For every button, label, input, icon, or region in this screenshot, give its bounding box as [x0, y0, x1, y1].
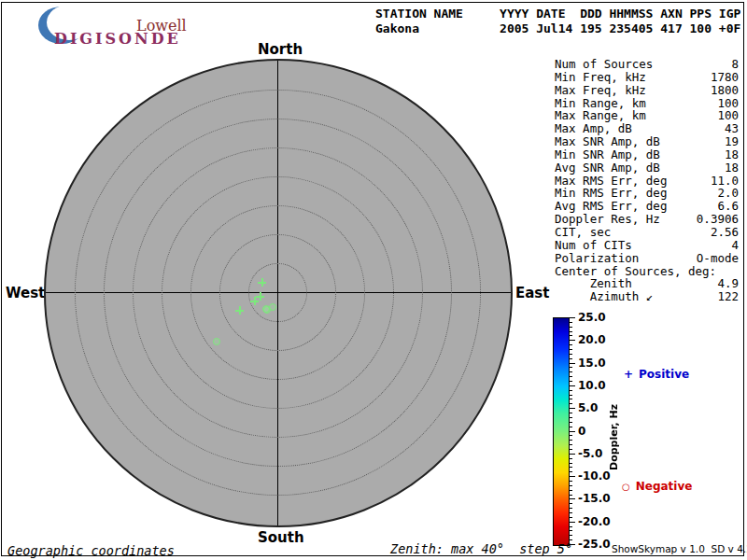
colorbar-minor-tick: [570, 371, 572, 372]
colorbar-tick-label: -10.0: [578, 469, 611, 483]
colorbar-minor-tick: [570, 485, 572, 486]
stats-row-label: Azimuth ↙: [555, 290, 653, 303]
colorbar-minor-tick: [570, 399, 572, 399]
stats-row: Max RMS Err, deg11.0: [555, 175, 739, 188]
stats-row-label: Center of Sources, deg:: [555, 265, 716, 278]
colorbar-minor-tick: [570, 490, 572, 491]
stats-row-label: Num of Sources: [555, 58, 653, 71]
colorbar-tick-label: -5.0: [578, 447, 602, 460]
stats-row-label: Num of CITs: [555, 239, 632, 252]
colorbar-major-tick: [570, 522, 575, 523]
positive-doppler-legend: +Positive: [624, 368, 689, 381]
colorbar-minor-tick: [570, 471, 572, 472]
colorbar-minor-tick: [570, 331, 572, 332]
logo-text-digisonde: DIGISONDE: [54, 30, 181, 48]
colorbar-minor-tick: [570, 539, 572, 540]
stats-row: Avg RMS Err, deg6.6: [555, 200, 739, 213]
skymap-polar-plot: [44, 59, 513, 527]
stats-row-label: Max RMS Err, deg: [555, 175, 667, 188]
stats-row-value: 43: [725, 122, 739, 135]
colorbar-minor-tick: [570, 395, 572, 396]
stats-row-value: 100: [717, 109, 739, 122]
colorbar-minor-tick: [570, 508, 572, 509]
colorbar-minor-tick: [570, 322, 572, 323]
colorbar-minor-tick: [570, 444, 572, 445]
negative-legend-label: Negative: [636, 480, 693, 493]
stats-row-value: 2.56: [711, 226, 739, 239]
colorbar-tick-label: -25.0: [578, 538, 611, 551]
stats-row: Center of Sources, deg:: [555, 265, 739, 278]
stats-row-value: 1800: [711, 84, 739, 97]
colorbar-major-tick: [570, 476, 575, 477]
stats-row: Max SNR Amp, dB19: [555, 135, 739, 148]
stats-row-value: O-mode: [697, 252, 739, 265]
stats-row-label: Min SNR Amp, dB: [555, 148, 660, 161]
colorbar-minor-tick: [570, 358, 572, 359]
stats-row: PolarizationO-mode: [555, 252, 739, 265]
colorbar-minor-tick: [570, 458, 572, 459]
colorbar-minor-tick: [570, 512, 572, 513]
colorbar-minor-tick: [570, 535, 572, 536]
colorbar-minor-tick: [570, 435, 572, 436]
app-version-label: ShowSkymap v 1.0 SD v 4.2: [612, 543, 747, 554]
stats-row: Min RMS Err, deg2.0: [555, 187, 739, 200]
colorbar-major-tick: [570, 385, 575, 386]
stats-row-value: 19: [725, 135, 739, 148]
colorbar-minor-tick: [570, 390, 572, 391]
stats-row-value: 2.0: [717, 187, 739, 200]
colorbar-minor-tick: [570, 526, 572, 527]
colorbar-minor-tick: [570, 467, 572, 468]
zenith-scale-note: Zenith: max 40° step 5°: [390, 541, 572, 556]
colorbar-major-tick: [570, 340, 575, 341]
colorbar-major-tick: [570, 431, 575, 432]
colorbar-minor-tick: [570, 403, 572, 404]
stats-row-label: Max Amp, dB: [555, 122, 632, 135]
colorbar-tick-label: -15.0: [578, 492, 611, 505]
compass-north-label: North: [258, 41, 303, 58]
coordinates-note: Geographic coordinates: [7, 543, 175, 558]
colorbar-tick-label: 10.0: [578, 379, 606, 392]
stats-row-value: 8: [731, 58, 739, 71]
stats-row: Zenith4.9: [555, 277, 739, 290]
stats-row-value: 11.0: [711, 175, 739, 188]
header-values-row: Gakona 2005 Jul14 195 235405 417 100 +0F: [375, 21, 740, 35]
colorbar-minor-tick: [570, 449, 572, 450]
colorbar-minor-tick: [570, 327, 572, 328]
colorbar-minor-tick: [570, 422, 572, 423]
stats-row: Max Range, km100: [555, 109, 739, 122]
header-labels-row: STATION NAME YYYY DATE DDD HHMMSS AXN PP…: [375, 7, 740, 21]
lowell-digisonde-logo: Lowell DIGISONDE: [34, 4, 230, 47]
colorbar-major-tick: [570, 408, 575, 409]
stats-row-label: Min Freq, kHz: [555, 71, 646, 84]
colorbar-minor-tick: [570, 413, 572, 413]
colorbar-minor-tick: [570, 354, 572, 355]
compass-south-label: South: [258, 529, 304, 546]
stats-row-value: 4.9: [717, 277, 739, 290]
stats-row: CIT, sec2.56: [555, 226, 739, 239]
stats-row-value: 4: [731, 239, 739, 252]
colorbar-major-tick: [570, 363, 575, 364]
colorbar-tick-label: 5.0: [578, 401, 598, 414]
colorbar-minor-tick: [570, 495, 572, 496]
positive-legend-label: Positive: [639, 368, 689, 381]
circle-marker-icon: ○: [622, 482, 630, 492]
colorbar-tick-label: 20.0: [578, 333, 606, 346]
stats-row-value: 1780: [711, 71, 739, 84]
doppler-axis-label: Doppler, Hz: [608, 371, 620, 502]
colorbar-minor-tick: [570, 517, 572, 518]
colorbar-minor-tick: [570, 335, 572, 336]
plus-marker-icon: +: [624, 368, 633, 381]
colorbar-major-tick: [570, 454, 575, 455]
colorbar-minor-tick: [570, 530, 572, 531]
colorbar-major-tick: [570, 317, 575, 318]
stats-row: Num of Sources8: [555, 58, 739, 71]
colorbar-minor-tick: [570, 427, 572, 427]
stats-row-label: Max Range, km: [555, 109, 646, 122]
zenith-ring: [75, 90, 482, 497]
colorbar-tick-label: 0: [578, 425, 585, 438]
compass-west-label: West: [6, 285, 41, 301]
stats-row-label: Max Freq, kHz: [555, 84, 646, 97]
colorbar-minor-tick: [570, 381, 572, 382]
stats-row-label: Zenith: [555, 277, 632, 290]
doppler-colorbar: [553, 317, 570, 546]
